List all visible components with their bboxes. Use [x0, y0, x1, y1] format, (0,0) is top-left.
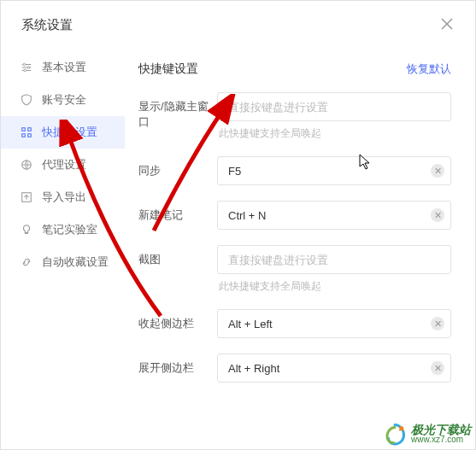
- hotkey-input-expand-sidebar[interactable]: [217, 354, 451, 383]
- row-sync: 同步 ✕: [138, 156, 451, 185]
- link-icon: [20, 255, 33, 269]
- clear-button[interactable]: ✕: [431, 361, 444, 375]
- keyboard-icon: [20, 126, 33, 139]
- global-hint: 此快捷键支持全局唤起: [217, 279, 451, 294]
- hotkey-input-toggle-window[interactable]: [217, 92, 451, 121]
- sidebar-item-lab[interactable]: 笔记实验室: [1, 213, 125, 246]
- svg-point-2: [24, 69, 26, 72]
- sidebar-item-import-export[interactable]: 导入导出: [1, 181, 125, 213]
- row-collapse-sidebar: 收起侧边栏 ✕: [138, 309, 451, 338]
- svg-rect-3: [22, 128, 26, 131]
- watermark-url: www.xz7.com: [411, 435, 471, 444]
- restore-defaults-link[interactable]: 恢复默认: [407, 61, 451, 77]
- close-button[interactable]: [434, 13, 460, 38]
- row-label: 截图: [138, 245, 217, 267]
- bulb-icon: [20, 223, 33, 237]
- hotkey-input-screenshot[interactable]: [217, 245, 451, 274]
- section-head: 快捷键设置 恢复默认: [138, 55, 451, 92]
- sidebar-item-auto-collect[interactable]: 自动收藏设置: [1, 246, 125, 278]
- sidebar-item-hotkeys[interactable]: 快捷键设置: [1, 116, 125, 149]
- sidebar-item-label: 基本设置: [42, 60, 86, 75]
- sidebar-item-label: 代理设置: [42, 157, 86, 172]
- svg-rect-6: [28, 134, 32, 137]
- hotkey-input-collapse-sidebar[interactable]: [217, 309, 451, 338]
- sidebar-item-label: 快捷键设置: [42, 125, 97, 140]
- row-label: 新建笔记: [138, 201, 217, 223]
- sidebar-item-label: 导入导出: [42, 190, 86, 205]
- dialog-header: 系统设置: [1, 1, 475, 48]
- clear-button[interactable]: ✕: [431, 208, 444, 222]
- row-new-note: 新建笔记 ✕: [138, 201, 451, 230]
- dialog-title: 系统设置: [21, 17, 73, 33]
- svg-point-1: [27, 67, 30, 69]
- hotkey-input-new-note[interactable]: [217, 201, 451, 230]
- row-toggle-window: 显示/隐藏主窗口 此快捷键支持全局唤起: [138, 92, 451, 141]
- sidebar: 基本设置 账号安全 快捷键设置 代理设置: [1, 48, 125, 449]
- import-export-icon: [20, 190, 33, 204]
- sidebar-item-label: 账号安全: [42, 92, 86, 108]
- row-label: 展开侧边栏: [138, 354, 217, 376]
- sliders-icon: [20, 61, 33, 74]
- global-hint: 此快捷键支持全局唤起: [217, 126, 451, 141]
- row-label: 同步: [138, 156, 217, 178]
- section-title: 快捷键设置: [138, 61, 198, 77]
- clear-button[interactable]: ✕: [431, 317, 444, 330]
- row-screenshot: 截图 此快捷键支持全局唤起: [138, 245, 451, 294]
- row-label: 显示/隐藏主窗口: [138, 92, 217, 130]
- settings-dialog: 系统设置 基本设置 账号安全 快捷键设置: [0, 0, 476, 450]
- row-label: 收起侧边栏: [138, 309, 217, 331]
- sidebar-item-security[interactable]: 账号安全: [1, 84, 125, 116]
- svg-rect-5: [22, 134, 26, 137]
- dialog-body: 基本设置 账号安全 快捷键设置 代理设置: [1, 48, 475, 449]
- clear-button[interactable]: ✕: [431, 164, 444, 178]
- sidebar-item-label: 笔记实验室: [42, 222, 97, 237]
- watermark: 极光下载站 www.xz7.com: [382, 421, 471, 447]
- svg-rect-4: [28, 128, 32, 131]
- svg-point-0: [23, 63, 26, 66]
- hotkey-input-sync[interactable]: [217, 156, 451, 185]
- shield-icon: [20, 93, 33, 107]
- watermark-name: 极光下载站: [411, 424, 471, 435]
- row-expand-sidebar: 展开侧边栏 ✕: [138, 354, 451, 383]
- main-panel: 快捷键设置 恢复默认 显示/隐藏主窗口 此快捷键支持全局唤起 同步 ✕: [125, 48, 475, 449]
- sidebar-item-basic[interactable]: 基本设置: [1, 51, 125, 84]
- sidebar-item-label: 自动收藏设置: [42, 254, 109, 270]
- globe-icon: [20, 158, 33, 172]
- watermark-logo-icon: [382, 421, 408, 447]
- sidebar-item-proxy[interactable]: 代理设置: [1, 149, 125, 181]
